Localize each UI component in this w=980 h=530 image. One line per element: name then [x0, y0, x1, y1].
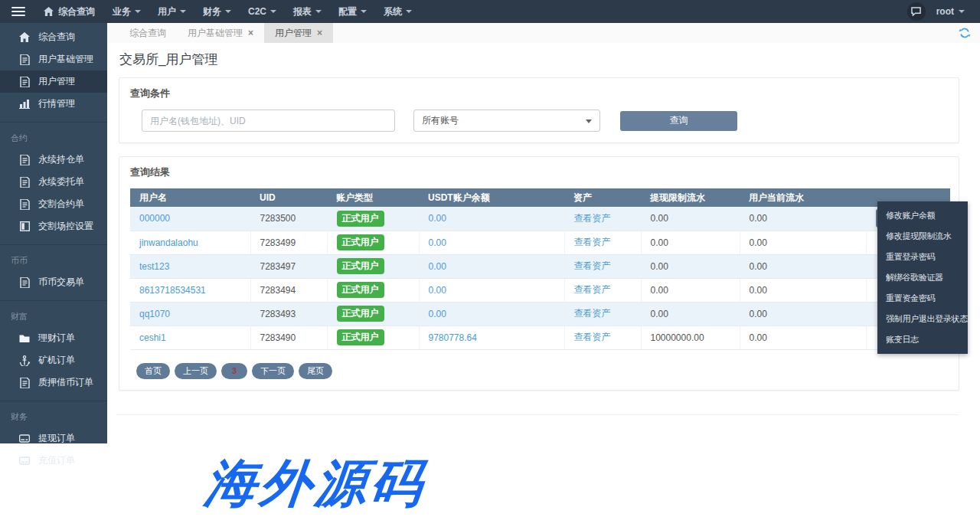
action-dropdown-menu: 修改账户余额修改提现限制流水重置登录密码解绑谷歌验证器重置资金密码强制用户退出登…	[877, 201, 968, 354]
keyword-input[interactable]	[142, 110, 395, 132]
cell-usdt-balance: 9780778.64	[419, 326, 564, 349]
username-link[interactable]: test123	[139, 261, 169, 272]
sidebar-group-label: 财富	[0, 304, 107, 327]
sidebar-item-3-2[interactable]: 质押借币订单	[0, 371, 107, 394]
sidebar-item-label: 理财订单	[38, 332, 75, 345]
nav-menu-2[interactable]: 财务	[194, 0, 240, 23]
refresh-icon	[959, 27, 971, 39]
cell-assets: 查看资产	[564, 302, 641, 326]
sidebar-group-label: 合约	[0, 126, 107, 149]
usdt-balance-link[interactable]: 0.00	[429, 285, 446, 296]
nav-menu-3[interactable]: C2C	[240, 0, 285, 23]
usdt-balance-link[interactable]: 9780778.64	[429, 332, 477, 343]
username-link[interactable]: 8613718534531	[139, 285, 206, 296]
sidebar-item-2-0[interactable]: 币币交易单	[0, 271, 107, 293]
cell-account-type: 正式用户	[327, 207, 419, 231]
cell-uid: 7283494	[250, 278, 327, 302]
action-menu-item-0[interactable]: 修改账户余额	[877, 205, 968, 226]
cell-current-flow: 0.00	[740, 231, 866, 254]
sidebar-item-0-0[interactable]: 综合查询	[0, 26, 107, 48]
action-menu-item-4[interactable]: 重置资金密码	[877, 288, 968, 309]
column-header-1: UID	[250, 188, 327, 207]
pagination-next[interactable]: 下一页	[252, 363, 294, 379]
hamburger-menu-icon[interactable]	[0, 0, 37, 23]
chat-bubble-icon	[911, 7, 921, 16]
sidebar-item-label: 矿机订单	[38, 354, 75, 367]
view-assets-link[interactable]: 查看资产	[574, 284, 611, 295]
chat-button[interactable]	[907, 2, 926, 21]
action-menu-item-2[interactable]: 重置登录密码	[877, 247, 968, 267]
chevron-down-icon	[270, 10, 276, 13]
view-assets-link[interactable]: 查看资产	[574, 213, 611, 224]
sidebar-item-3-1[interactable]: 矿机订单	[0, 349, 107, 371]
column-header-6: 用户当前流水	[740, 188, 866, 207]
sidebar-item-0-2[interactable]: 用户管理	[0, 70, 107, 93]
account-type-badge: 正式用户	[337, 258, 384, 274]
sidebar-item-3-0[interactable]: 理财订单	[0, 327, 107, 349]
usdt-balance-link[interactable]: 0.00	[429, 237, 446, 248]
top-navbar: 综合查询 业务用户财务C2C报表配置系统 root	[0, 0, 980, 23]
sidebar-item-1-3[interactable]: 交割场控设置	[0, 215, 107, 237]
tab-1[interactable]: 用户基础管理×	[177, 23, 264, 43]
username-link[interactable]: ceshi1	[139, 332, 166, 343]
watermark: 海外源码	[201, 449, 569, 519]
user-dropdown[interactable]: root	[936, 6, 965, 17]
account-type-select[interactable]: 所有账号	[413, 110, 600, 132]
sidebar-item-4-1[interactable]: 充值订单	[0, 450, 107, 472]
cell-usdt-balance: 0.00	[419, 207, 564, 231]
results-panel-title: 查询结果	[130, 165, 948, 179]
nav-menu-1[interactable]: 用户	[149, 0, 194, 23]
action-menu-item-6[interactable]: 账变日志	[877, 329, 968, 350]
sidebar-item-1-0[interactable]: 永续持仓单	[0, 149, 107, 171]
sidebar-item-1-2[interactable]: 交割合约单	[0, 193, 107, 215]
nav-menu-0[interactable]: 业务	[104, 0, 149, 23]
sidebar-item-4-0[interactable]: 提现订单	[0, 427, 107, 450]
columns-icon	[19, 221, 30, 232]
tab-2[interactable]: 用户管理×	[264, 23, 333, 43]
view-assets-link[interactable]: 查看资产	[574, 237, 611, 247]
view-assets-link[interactable]: 查看资产	[574, 260, 611, 271]
close-icon[interactable]: ×	[317, 28, 322, 38]
nav-menu-4[interactable]: 报表	[285, 0, 330, 23]
sidebar: 综合查询用户基础管理用户管理行情管理合约永续持仓单永续委托单交割合约单交割场控设…	[0, 23, 107, 443]
sidebar-item-label: 质押借币订单	[38, 376, 93, 389]
sidebar-item-0-1[interactable]: 用户基础管理	[0, 48, 107, 70]
view-assets-link[interactable]: 查看资产	[574, 332, 611, 342]
username-link[interactable]: 000000	[139, 213, 170, 224]
cell-uid: 7283490	[250, 326, 327, 349]
close-icon[interactable]: ×	[248, 28, 253, 38]
pagination-last[interactable]: 尾页	[299, 363, 332, 379]
search-button[interactable]: 查询	[620, 111, 737, 131]
action-menu-item-1[interactable]: 修改提现限制流水	[877, 226, 968, 247]
usdt-balance-link[interactable]: 0.00	[429, 261, 446, 272]
action-menu-item-3[interactable]: 解绑谷歌验证器	[877, 267, 968, 288]
cell-uid: 7283499	[250, 231, 327, 254]
table-row: 86137185345317283494正式用户0.00查看资产0.000.00	[130, 278, 950, 302]
results-panel: 查询结果 用户名UID账户类型USDT账户余额资产提现限制流水用户当前流水 00…	[119, 156, 959, 391]
username-label: root	[936, 6, 954, 17]
sidebar-group-3: 财富理财订单矿机订单质押借币订单	[0, 300, 107, 401]
nav-menu-5[interactable]: 配置	[330, 0, 375, 23]
action-menu-item-5[interactable]: 强制用户退出登录状态	[877, 309, 968, 329]
sidebar-item-label: 用户管理	[38, 75, 75, 88]
usdt-balance-link[interactable]: 0.00	[429, 309, 446, 319]
pagination-first[interactable]: 首页	[136, 363, 170, 379]
view-assets-link[interactable]: 查看资产	[574, 308, 611, 319]
nav-home-link[interactable]: 综合查询	[37, 5, 104, 18]
divider	[116, 414, 959, 415]
document-icon	[19, 378, 30, 388]
username-link[interactable]: jinwandalaohu	[139, 237, 198, 248]
sidebar-group-label: 财务	[0, 404, 107, 427]
query-panel-title: 查询条件	[130, 87, 948, 100]
usdt-balance-link[interactable]: 0.00	[429, 213, 446, 224]
refresh-button[interactable]	[959, 27, 971, 41]
nav-menu-6[interactable]: 系统	[375, 0, 420, 23]
tab-0[interactable]: 综合查询	[119, 23, 177, 43]
sidebar-item-0-3[interactable]: 行情管理	[0, 93, 107, 115]
column-header-4: 资产	[564, 188, 641, 207]
username-link[interactable]: qq1070	[139, 309, 170, 319]
pagination-prev[interactable]: 上一页	[175, 363, 217, 379]
cell-assets: 查看资产	[564, 326, 641, 349]
chevron-down-icon	[180, 10, 186, 13]
sidebar-item-1-1[interactable]: 永续委托单	[0, 171, 107, 193]
